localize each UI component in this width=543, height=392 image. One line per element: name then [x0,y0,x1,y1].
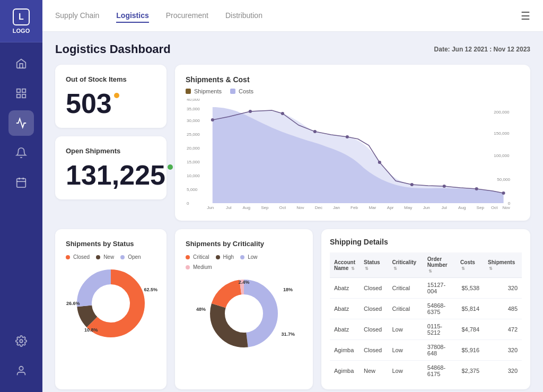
logo-box: L [13,8,30,25]
sidebar-item-calendar[interactable] [8,170,34,195]
svg-point-29 [378,161,381,164]
status-legend-new: New [96,254,114,260]
svg-text:Jul: Jul [442,205,448,210]
col-order: OrderNumber ⇅ [423,252,456,278]
svg-point-25 [249,110,252,113]
cell-status: Closed [360,340,388,361]
table-body: Abatz Closed Critical 15127-004 $5,538 3… [330,278,522,381]
bottom-grid: Shipments by Status Closed New Open [55,229,530,389]
cell-order: 54868-6175 [423,361,456,381]
status-label-new: 10.8% [84,327,98,333]
status-legend-closed: Closed [66,254,90,260]
cell-criticality: Critical [388,299,423,319]
page-title: Logistics Dashboard [55,42,171,56]
svg-point-8 [20,339,23,343]
sidebar-item-user[interactable] [8,358,34,384]
crit-label-low: 48% [196,307,206,312]
shipping-details-table: AccountName ⇅ Status ⇅ Criticality ⇅ Ord… [330,252,522,381]
sidebar-item-bell[interactable] [8,140,34,165]
svg-point-31 [443,185,446,188]
cell-criticality: Low [388,361,423,381]
svg-text:Oct: Oct [491,205,498,210]
nav-procurement[interactable]: Procurement [166,9,208,23]
nav-distribution[interactable]: Distribution [225,9,262,23]
status-open-dot [120,255,125,259]
crit-label-high: 31.7% [281,332,295,337]
cell-account: Abatz [330,319,360,340]
table-row: Abatz Closed Critical 54868-6375 $5,814 … [330,299,522,319]
criticality-legend-row1: Critical High Low [186,254,302,260]
cell-shipments: 320 [484,361,522,381]
cell-status: Closed [360,278,388,299]
logo: L LOGO [0,0,42,42]
out-of-stock-card: Out of Stock Items 503 [55,65,167,128]
svg-text:200,000: 200,000 [494,110,510,115]
table-row: Abatz Closed Critical 15127-004 $5,538 3… [330,278,522,299]
svg-rect-0 [17,89,20,92]
sidebar-item-home[interactable] [8,51,34,76]
svg-point-24 [211,118,214,121]
sidebar-item-settings[interactable] [8,328,34,354]
crit-critical-label: Critical [193,254,209,260]
out-of-stock-status-dot [114,93,119,98]
cell-order: 15127-004 [423,278,456,299]
shipments-by-criticality-card: Shipments by Criticality Critical High L… [175,229,313,389]
status-closed-dot [66,255,70,259]
crit-legend-medium: Medium [186,264,212,270]
cell-costs: $5,538 [456,278,484,299]
table-row: Agimba New Low 54868-6175 $2,375 320 [330,361,522,381]
svg-point-28 [346,135,349,138]
cell-account: Abatz [330,278,360,299]
status-new-dot [96,255,100,259]
out-of-stock-value: 503 [66,90,112,117]
cell-costs: $2,375 [456,361,484,381]
shipping-details-title: Shipping Details [330,238,522,246]
crit-high-label: High [223,254,234,260]
cell-criticality: Critical [388,278,423,299]
svg-text:May: May [404,205,412,210]
crit-medium-label: Medium [193,264,212,270]
legend-costs-dot [230,89,235,94]
svg-text:20,000: 20,000 [187,146,200,151]
main-content: Supply Chain Logistics Procurement Distr… [42,0,543,392]
svg-text:Nov: Nov [502,205,510,210]
svg-text:Jul: Jul [226,205,232,210]
top-navigation: Supply Chain Logistics Procurement Distr… [42,0,543,32]
crit-high-dot [216,255,220,259]
svg-text:Nov: Nov [296,205,304,210]
sidebar-bottom [8,320,34,392]
table-row: Abatz Closed Low 0115-5212 $4,784 472 [330,319,522,340]
date-value: Jun 12 2021 : Nov 12 2023 [452,46,530,53]
svg-point-26 [281,112,284,115]
criticality-title: Shipments by Criticality [186,240,302,248]
shipments-status-title: Shipments by Status [66,240,156,248]
status-legend: Closed New Open [66,254,156,260]
cell-criticality: Low [388,340,423,361]
nav-logistics[interactable]: Logistics [116,9,148,23]
cell-account: Agimba [330,361,360,381]
crit-legend-low: Low [240,254,257,260]
sidebar-item-analytics[interactable] [8,110,34,136]
crit-legend-critical: Critical [186,254,209,260]
dashboard-header: Logistics Dashboard Date: Jun 12 2021 : … [55,42,530,56]
nav-supply-chain[interactable]: Supply Chain [55,9,99,23]
cell-status: Closed [360,299,388,319]
svg-point-30 [410,183,414,186]
svg-point-27 [313,130,317,133]
cell-shipments: 320 [484,278,522,299]
svg-text:150,000: 150,000 [494,131,510,136]
col-shipments: Shipments ⇅ [484,252,522,278]
menu-icon[interactable]: ☰ [521,10,530,22]
sidebar-item-grid[interactable] [8,81,34,106]
svg-text:30,000: 30,000 [187,118,200,123]
svg-text:Jun: Jun [423,205,430,210]
crit-low-dot [240,255,244,259]
cell-costs: $4,784 [456,319,484,340]
status-donut-chart: 26.6% 10.8% 62.5% [74,266,148,341]
date-range: Date: Jun 12 2021 : Nov 12 2023 [434,46,530,53]
svg-text:Jan: Jan [333,205,340,210]
svg-text:Aug: Aug [458,205,466,210]
svg-rect-1 [22,89,25,92]
svg-text:15,000: 15,000 [187,160,200,164]
crit-label-medium: 2.4% [239,280,250,285]
